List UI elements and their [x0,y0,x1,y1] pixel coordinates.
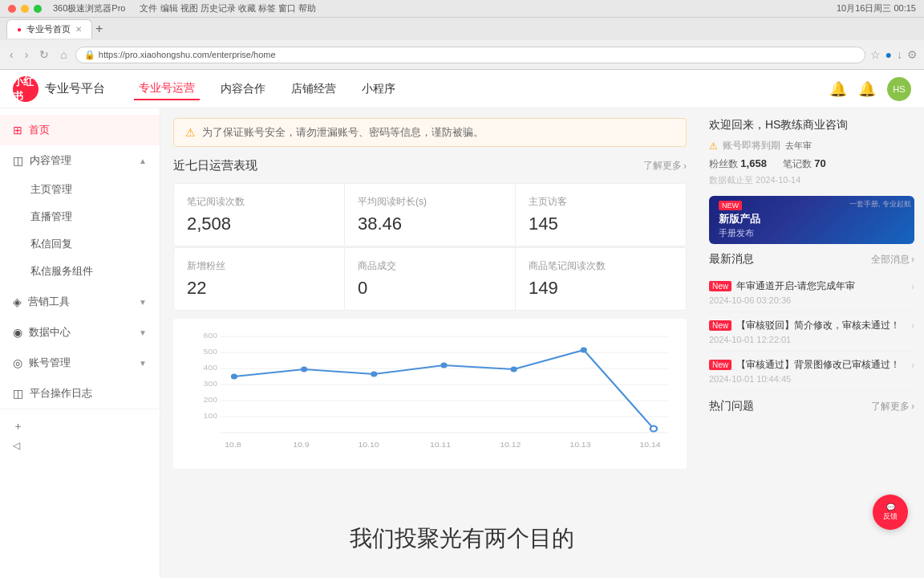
new-version-badge: NEW [719,201,742,210]
sidebar-subitem-dm[interactable]: 私信回复 [0,230,160,258]
feedback-button[interactable]: 💬 反馈 [873,495,908,530]
sidebar-item-data[interactable]: ◉ 数据中心 ▼ [0,317,160,348]
svg-text:10.11: 10.11 [430,441,451,449]
tools-icon[interactable]: ⚙ [907,48,918,61]
sidebar-subitem-live[interactable]: 直播管理 [0,203,160,230]
svg-point-17 [511,367,517,372]
account-info: ⚠ 账号即将到期 去年审 [709,139,914,153]
news-item-0[interactable]: New 年审通道开启-请您完成年审 › 2024-10-06 03:20:36 [709,273,914,312]
stats-value-1: 38.46 [358,214,502,234]
svg-point-14 [301,367,307,372]
renew-link[interactable]: 去年审 [785,140,812,152]
nav-item-operations[interactable]: 专业号运营 [134,78,200,100]
news-item-1[interactable]: New 【审核驳回】简介修改，审核未通过！ › 2024-10-01 12:22… [709,312,914,352]
tab-title: 专业号首页 [26,23,71,35]
stats-card-5: 商品笔记阅读次数 149 [516,248,686,310]
sidebar-item-marketing[interactable]: ◈ 营销工具 ▼ [0,287,160,317]
home-button[interactable]: ⌂ [57,47,70,63]
banner-title: 新版产品 [719,212,760,226]
new-tab-button[interactable]: + [95,22,103,36]
content-area: ⚠ 为了保证账号安全，请勿泄漏账号、密码等信息，谨防被骗。 近七日运营表现 了解… [160,108,924,578]
browser-name: 360极速浏览器Pro [53,2,125,14]
new-badge-1: New [709,320,732,331]
news-item-arrow-2: › [911,360,914,371]
svg-point-18 [581,348,587,353]
sidebar-item-log[interactable]: ◫ 平台操作日志 [0,378,160,409]
news-item-arrow-0: › [911,281,914,292]
browser-toolbar: ‹ › ↻ ⌂ 🔒 https://pro.xiaohongshu.com/en… [0,40,924,69]
avatar[interactable]: HS [887,77,911,101]
forward-button[interactable]: › [22,47,32,63]
marketing-icon: ◈ [13,295,22,308]
extension-icon[interactable]: ● [886,48,892,61]
data-date: 数据截止至 2024-10-14 [709,174,914,186]
notes-label: 笔记数 [783,158,812,169]
stats-card-1: 平均阅读时长(s) 38.46 [345,184,515,246]
close-dot[interactable] [8,5,16,13]
refresh-button[interactable]: ↻ [36,47,52,63]
download-icon[interactable]: ↓ [897,48,902,61]
stats-label-4: 商品成交 [358,259,502,273]
svg-text:500: 500 [204,348,218,356]
news-item-header-0: New 年审通道开启-请您完成年审 › [709,279,914,293]
welcome-title: 欢迎回来，HS教练商业咨询 [709,118,914,132]
sidebar-marketing-label: 营销工具 [28,295,70,309]
nav-item-miniapp[interactable]: 小程序 [357,79,400,100]
performance-more-link[interactable]: 了解更多 › [643,159,687,173]
sidebar-subitem-dm-service[interactable]: 私信服务组件 [0,258,160,285]
tab-favicon: ● [17,25,22,34]
nav-item-store[interactable]: 店铺经营 [286,79,341,100]
stats-card-0: 笔记阅读次数 2,508 [174,184,344,246]
promo-banner[interactable]: NEW 新版产品 手册发布 一套手册, 专业起航 [709,196,914,244]
plus-icon: ＋ [13,419,23,434]
stats-value-0: 2,508 [187,214,331,234]
sidebar: ⊞ 首页 ◫ 内容管理 ▲ 主页管理 直播管理 私信回复 私信服务组件 ◈ 营销… [0,108,160,578]
sidebar-item-content[interactable]: ◫ 内容管理 ▲ [0,145,160,176]
subtitle-overlay: 我们投聚光有两个目的 [350,523,574,554]
chevron-down-icon3: ▼ [139,359,147,368]
content-icon: ◫ [13,154,23,167]
collapse-button[interactable]: ◁ [13,440,147,451]
hot-header: 热门问题 了解更多 › [709,399,914,413]
svg-text:10.8: 10.8 [225,441,241,449]
chevron-up-icon: ▲ [139,157,147,165]
menu-items: 文件 编辑 视图 历史记录 收藏 标签 窗口 帮助 [140,2,315,14]
svg-point-15 [371,372,377,377]
maximize-dot[interactable] [34,5,42,13]
fans-notes-stats: 粉丝数 1,658 笔记数 70 [709,157,914,171]
address-bar[interactable]: 🔒 https://pro.xiaohongshu.com/enterprise… [75,47,865,63]
sidebar-group-content: ◫ 内容管理 ▲ 主页管理 直播管理 私信回复 私信服务组件 [0,145,160,285]
stats-value-2: 145 [529,214,673,234]
bell-icon[interactable]: 🔔 [829,80,847,98]
tab-close-button[interactable]: ✕ [75,25,82,34]
bookmark-icon[interactable]: ☆ [870,48,881,61]
app-container: 小红书 专业号平台 专业号运营 内容合作 店铺经营 小程序 🔔 🔔 HS ⊞ 首… [0,70,924,578]
stats-grid: 笔记阅读次数 2,508 平均阅读时长(s) 38.46 主页访客 145 [173,183,687,246]
back-button[interactable]: ‹ [6,47,17,63]
active-tab[interactable]: ● 专业号首页 ✕ [6,19,92,39]
performance-chart: 600 500 400 300 200 100 [183,328,677,457]
svg-text:10.9: 10.9 [293,441,309,449]
svg-text:200: 200 [204,396,218,404]
hot-more-link[interactable]: 了解更多 › [871,400,914,413]
main-content: ⚠ 为了保证账号安全，请勿泄漏账号、密码等信息，谨防被骗。 近七日运营表现 了解… [160,108,699,578]
add-button[interactable]: ＋ [13,419,147,434]
sidebar-item-account[interactable]: ◎ 账号管理 ▼ [0,348,160,378]
minimize-dot[interactable] [21,5,29,13]
stats-value-3: 22 [187,278,331,299]
banner-subtitle: 手册发布 [719,227,754,239]
sidebar-item-home[interactable]: ⊞ 首页 [0,115,160,145]
stats-label-3: 新增粉丝 [187,259,331,273]
nav-item-content[interactable]: 内容合作 [216,79,270,100]
performance-title: 近七日运营表现 [173,158,257,173]
svg-text:600: 600 [204,332,218,340]
sidebar-subitem-homepage[interactable]: 主页管理 [0,176,160,203]
feedback-label: 反馈 [883,511,898,522]
feedback-icon: 💬 [886,503,895,511]
new-badge-2: New [709,360,732,370]
news-item-2[interactable]: New 【审核通过】背景图修改已审核通过！ › 2024-10-01 10:44… [709,352,914,391]
svg-text:400: 400 [204,364,218,372]
news-all-link[interactable]: 全部消息 › [871,253,914,267]
notification-icon[interactable]: 🔔 [858,80,876,98]
news-title: 最新消息 [709,252,754,267]
